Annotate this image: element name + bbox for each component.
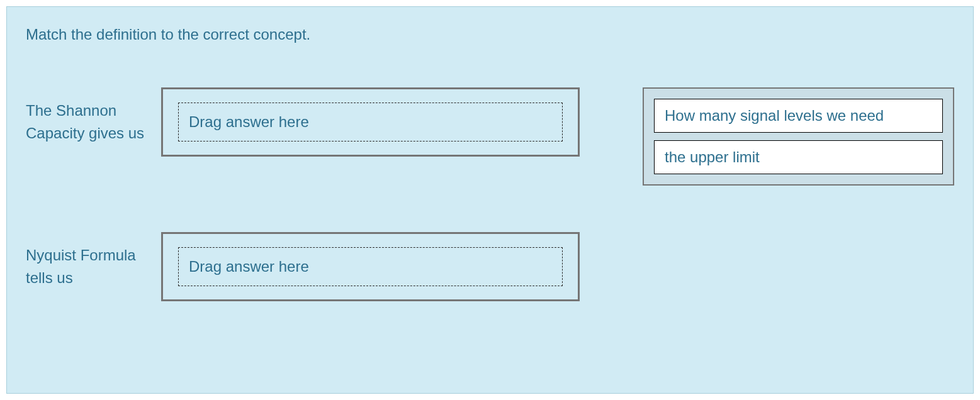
question-panel: Match the definition to the correct conc… [6, 6, 974, 394]
drop-zone-shannon[interactable]: Drag answer here [161, 87, 580, 157]
drop-placeholder: Drag answer here [178, 103, 563, 142]
content-row: The Shannon Capacity gives us Drag answe… [26, 87, 954, 301]
answer-option-signal-levels[interactable]: How many signal levels we need [654, 99, 943, 133]
answer-option-upper-limit[interactable]: the upper limit [654, 140, 943, 174]
question-prompt: Match the definition to the correct conc… [26, 26, 954, 43]
match-row: The Shannon Capacity gives us Drag answe… [26, 87, 617, 157]
match-label-shannon: The Shannon Capacity gives us [26, 99, 161, 145]
match-row: Nyquist Formula tells us Drag answer her… [26, 232, 617, 301]
match-column: The Shannon Capacity gives us Drag answe… [26, 87, 617, 301]
match-label-nyquist: Nyquist Formula tells us [26, 244, 161, 289]
answers-panel: How many signal levels we need the upper… [643, 87, 954, 186]
drop-placeholder: Drag answer here [178, 247, 563, 286]
drop-zone-nyquist[interactable]: Drag answer here [161, 232, 580, 301]
